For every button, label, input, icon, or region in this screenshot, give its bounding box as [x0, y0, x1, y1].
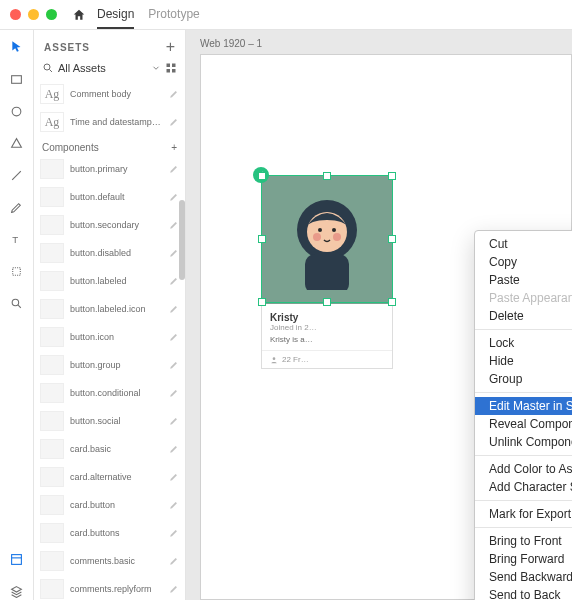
- component-thumb: [40, 215, 64, 235]
- chevron-down-icon: [151, 63, 161, 73]
- asset-list[interactable]: AgComment body AgTime and datestamp mu… …: [34, 80, 185, 600]
- asset-component[interactable]: card.alternative: [34, 463, 185, 491]
- resize-handle[interactable]: [323, 172, 331, 180]
- context-menu-item[interactable]: Send to Back⇧⌘Å: [475, 586, 572, 600]
- edit-icon[interactable]: [169, 117, 179, 127]
- artboard-tool-icon[interactable]: [8, 262, 26, 280]
- edit-icon[interactable]: [169, 360, 179, 370]
- edit-icon[interactable]: [169, 248, 179, 258]
- layers-panel-icon[interactable]: [8, 582, 26, 600]
- context-menu-item[interactable]: Group⌘G: [475, 370, 572, 388]
- context-menu-item[interactable]: Paste⌘V: [475, 271, 572, 289]
- asset-text-style[interactable]: AgTime and datestamp mu…: [34, 108, 185, 136]
- menu-item-label: Cut: [489, 237, 508, 251]
- edit-icon[interactable]: [169, 192, 179, 202]
- context-menu-item[interactable]: Send Backward⌘Å: [475, 568, 572, 586]
- tab-design[interactable]: Design: [97, 1, 134, 29]
- asset-component[interactable]: button.conditional: [34, 379, 185, 407]
- context-menu-item[interactable]: Bring to Front⇧⌘@: [475, 532, 572, 550]
- add-component-icon[interactable]: +: [171, 142, 177, 153]
- svg-rect-14: [172, 69, 176, 73]
- resize-handle[interactable]: [388, 235, 396, 243]
- zoom-window[interactable]: [46, 9, 57, 20]
- asset-component[interactable]: button.default: [34, 183, 185, 211]
- svg-line-6: [18, 305, 21, 308]
- svg-line-2: [12, 171, 21, 180]
- line-tool-icon[interactable]: [8, 166, 26, 184]
- context-menu-item[interactable]: Delete⌫: [475, 307, 572, 325]
- asset-component[interactable]: card.button: [34, 491, 185, 519]
- edit-icon[interactable]: [169, 332, 179, 342]
- context-menu-item[interactable]: Unlink Component⇧⌘G: [475, 433, 572, 451]
- component-label: button.group: [70, 360, 163, 370]
- context-menu-item[interactable]: Cut⌘X: [475, 235, 572, 253]
- asset-component[interactable]: button.primary: [34, 155, 185, 183]
- edit-icon[interactable]: [169, 388, 179, 398]
- pen-tool-icon[interactable]: [8, 198, 26, 216]
- select-tool-icon[interactable]: [8, 38, 26, 56]
- home-icon[interactable]: [71, 7, 87, 23]
- asset-component[interactable]: button.disabled: [34, 239, 185, 267]
- canvas[interactable]: Web 1920 – 1 Kristy Joined i: [186, 30, 572, 600]
- asset-component[interactable]: button.group: [34, 351, 185, 379]
- edit-icon[interactable]: [169, 472, 179, 482]
- asset-component[interactable]: comments.basic: [34, 547, 185, 575]
- artboard-label[interactable]: Web 1920 – 1: [200, 38, 262, 49]
- context-menu-item[interactable]: Copy⌘C: [475, 253, 572, 271]
- asset-component[interactable]: card.basic: [34, 435, 185, 463]
- assets-panel-icon[interactable]: [8, 550, 26, 568]
- edit-icon[interactable]: [169, 164, 179, 174]
- close-window[interactable]: [10, 9, 21, 20]
- asset-filter-row[interactable]: All Assets: [34, 60, 185, 80]
- edit-icon[interactable]: [169, 444, 179, 454]
- component-label: button.icon: [70, 332, 163, 342]
- resize-handle[interactable]: [388, 298, 396, 306]
- svg-point-22: [273, 357, 276, 360]
- asset-component[interactable]: comments.replyform: [34, 575, 185, 600]
- asset-component[interactable]: card.buttons: [34, 519, 185, 547]
- menu-item-label: Delete: [489, 309, 524, 323]
- context-menu-item[interactable]: Lock⌘L: [475, 334, 572, 352]
- context-menu-item[interactable]: Edit Master in Source Document⇧⌘K: [475, 397, 572, 415]
- scrollbar[interactable]: [179, 200, 185, 280]
- edit-icon[interactable]: [169, 89, 179, 99]
- rectangle-tool-icon[interactable]: [8, 70, 26, 88]
- resize-handle[interactable]: [258, 172, 266, 180]
- grid-view-icon[interactable]: [165, 62, 177, 74]
- polygon-tool-icon[interactable]: [8, 134, 26, 152]
- text-tool-icon[interactable]: T: [8, 230, 26, 248]
- edit-icon[interactable]: [169, 220, 179, 230]
- resize-handle[interactable]: [258, 235, 266, 243]
- context-menu-item[interactable]: Add Color to Assets⇧⌘C: [475, 460, 572, 478]
- asset-component[interactable]: button.labeled.icon: [34, 295, 185, 323]
- context-menu-item[interactable]: Bring Forward⌘@: [475, 550, 572, 568]
- asset-component[interactable]: button.icon: [34, 323, 185, 351]
- context-menu-item[interactable]: Reveal Component in Assets: [475, 415, 572, 433]
- edit-icon[interactable]: [169, 556, 179, 566]
- resize-handle[interactable]: [258, 298, 266, 306]
- context-menu-item[interactable]: Hide⌘Ø: [475, 352, 572, 370]
- edit-icon[interactable]: [169, 416, 179, 426]
- context-menu-item[interactable]: Add Character Style to Assets⇧⌘T: [475, 478, 572, 496]
- window-controls: [0, 9, 67, 20]
- context-menu-item[interactable]: Mark for Export^⌘E: [475, 505, 572, 523]
- component-thumb: [40, 495, 64, 515]
- ellipse-tool-icon[interactable]: [8, 102, 26, 120]
- edit-icon[interactable]: [169, 584, 179, 594]
- resize-handle[interactable]: [388, 172, 396, 180]
- asset-component[interactable]: button.secondary: [34, 211, 185, 239]
- asset-text-style[interactable]: AgComment body: [34, 80, 185, 108]
- component-thumb: [40, 579, 64, 599]
- zoom-tool-icon[interactable]: [8, 294, 26, 312]
- edit-icon[interactable]: [169, 500, 179, 510]
- edit-icon[interactable]: [169, 304, 179, 314]
- resize-handle[interactable]: [323, 298, 331, 306]
- asset-component[interactable]: button.labeled: [34, 267, 185, 295]
- edit-icon[interactable]: [169, 276, 179, 286]
- menu-item-label: Unlink Component: [489, 435, 572, 449]
- add-asset-button[interactable]: +: [166, 38, 175, 56]
- minimize-window[interactable]: [28, 9, 39, 20]
- tab-prototype[interactable]: Prototype: [148, 1, 199, 29]
- edit-icon[interactable]: [169, 528, 179, 538]
- asset-component[interactable]: button.social: [34, 407, 185, 435]
